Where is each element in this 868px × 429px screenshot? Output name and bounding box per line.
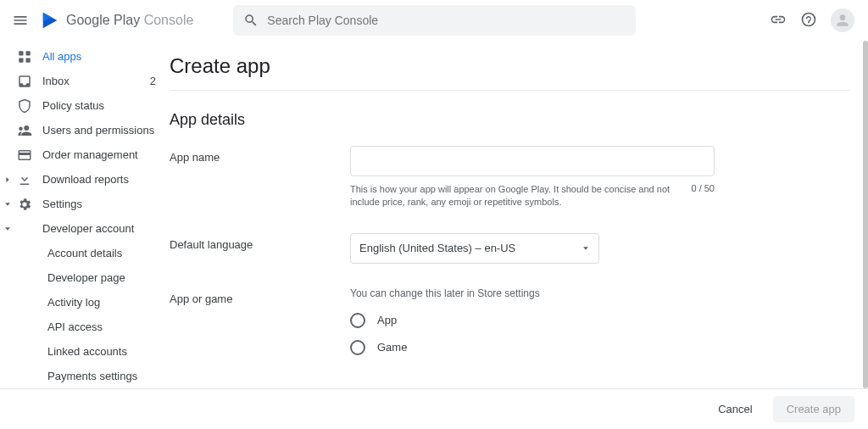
play-console-icon <box>41 11 59 30</box>
sidebar-sub-developer-page[interactable]: Developer page <box>0 265 170 290</box>
person-icon <box>834 12 851 29</box>
link-icon[interactable] <box>770 11 787 31</box>
sidebar-item-policy-status[interactable]: Policy status <box>0 93 170 118</box>
inbox-count: 2 <box>150 75 156 87</box>
radio-icon <box>350 340 365 355</box>
menu-icon[interactable] <box>10 10 31 31</box>
app-or-game-note: You can change this later in Store setti… <box>350 287 825 299</box>
sidebar-sub-linked-accounts[interactable]: Linked accounts <box>0 339 170 364</box>
sidebar-label: Developer account <box>42 222 170 235</box>
chevron-down-icon <box>581 244 590 253</box>
sidebar-label: All apps <box>42 50 170 63</box>
logo-text: Google Play Console <box>66 13 193 28</box>
create-app-button[interactable]: Create app <box>773 396 854 422</box>
radio-icon <box>350 313 365 328</box>
svg-rect-2 <box>19 58 23 62</box>
label-default-language: Default language <box>170 233 350 264</box>
sidebar-item-download-reports[interactable]: Download reports <box>0 167 170 192</box>
sidebar: All apps Inbox 2 Policy status Users and… <box>0 41 170 429</box>
svg-rect-1 <box>26 51 31 55</box>
app-name-counter: 0 / 50 <box>691 183 715 209</box>
search-input[interactable] <box>267 14 626 27</box>
apps-icon <box>17 49 32 64</box>
download-icon <box>17 172 32 187</box>
sidebar-label: Order management <box>42 148 170 161</box>
sidebar-label: Download reports <box>42 173 170 186</box>
sidebar-item-order-management[interactable]: Order management <box>0 142 170 167</box>
collapse-icon <box>2 200 14 209</box>
divider <box>170 90 849 91</box>
scrollbar[interactable] <box>863 41 868 388</box>
svg-rect-3 <box>26 58 31 62</box>
sidebar-item-inbox[interactable]: Inbox 2 <box>0 69 170 93</box>
page-title: Create app <box>170 54 849 78</box>
users-icon <box>17 123 32 138</box>
gear-icon <box>17 197 32 212</box>
logo[interactable]: Google Play Console <box>41 11 193 30</box>
card-icon <box>17 148 32 163</box>
svg-rect-0 <box>19 51 23 55</box>
radio-label: Game <box>377 341 407 354</box>
footer-bar: Cancel Create app <box>0 388 868 429</box>
top-bar: Google Play Console <box>0 0 868 41</box>
sidebar-sub-account-details[interactable]: Account details <box>0 241 170 265</box>
expand-icon <box>2 176 14 184</box>
search-icon <box>243 13 259 28</box>
sidebar-label: Users and permissions <box>42 124 170 136</box>
shield-icon <box>17 98 32 114</box>
sidebar-sub-activity-log[interactable]: Activity log <box>0 290 170 315</box>
sidebar-label: Inbox <box>42 75 140 87</box>
radio-app[interactable]: App <box>350 313 825 328</box>
section-app-details: App details <box>170 111 849 129</box>
collapse-icon <box>2 225 14 233</box>
sidebar-sub-api-access[interactable]: API access <box>0 315 170 339</box>
radio-game[interactable]: Game <box>350 340 825 355</box>
select-value: English (United States) – en-US <box>359 242 515 254</box>
sidebar-item-all-apps[interactable]: All apps <box>0 44 170 69</box>
sidebar-label: Policy status <box>42 99 170 112</box>
app-name-helper: This is how your app will appear on Goog… <box>350 183 681 209</box>
sidebar-sub-payments-settings[interactable]: Payments settings <box>0 364 170 388</box>
search-box[interactable] <box>233 5 636 36</box>
sidebar-label: Settings <box>42 198 170 210</box>
sidebar-item-developer-account[interactable]: Developer account <box>0 216 170 241</box>
app-name-input[interactable] <box>350 146 715 176</box>
label-app-or-game: App or game <box>170 287 350 367</box>
help-icon[interactable] <box>800 11 817 31</box>
label-app-name: App name <box>170 146 350 209</box>
default-language-select[interactable]: English (United States) – en-US <box>350 233 599 264</box>
inbox-icon <box>17 74 32 89</box>
sidebar-item-settings[interactable]: Settings <box>0 192 170 216</box>
cancel-button[interactable]: Cancel <box>708 396 762 422</box>
radio-label: App <box>377 314 397 326</box>
sidebar-item-users-permissions[interactable]: Users and permissions <box>0 118 170 142</box>
account-avatar[interactable] <box>831 8 854 32</box>
main-content: Create app App details App name This is … <box>170 41 868 429</box>
